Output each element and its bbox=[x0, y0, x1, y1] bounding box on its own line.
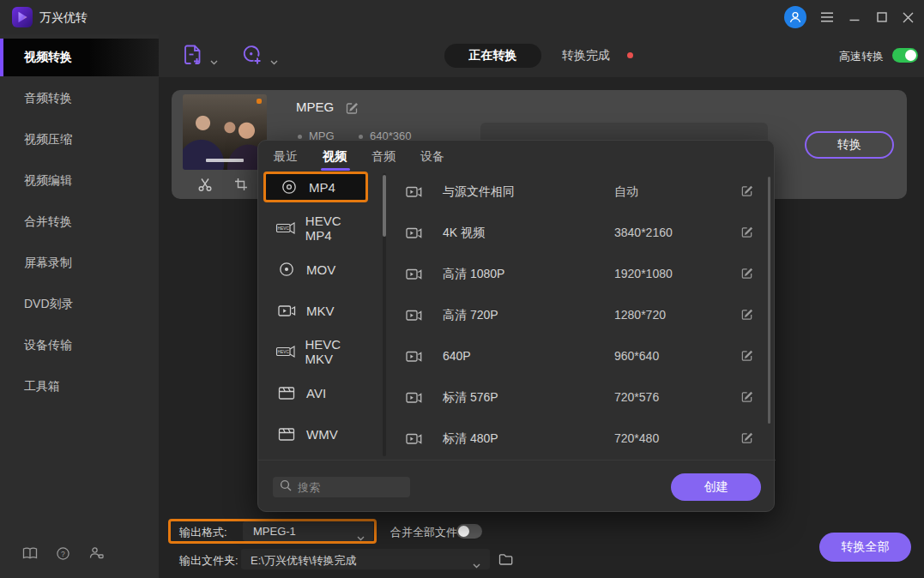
app-title: 万兴优转 bbox=[39, 10, 88, 26]
convert-button[interactable]: 转换 bbox=[805, 131, 894, 159]
format-item-mp4[interactable]: MP4 bbox=[263, 172, 368, 202]
chevron-down-icon bbox=[357, 529, 365, 545]
app-logo-icon bbox=[12, 7, 33, 27]
trim-scissors-icon[interactable] bbox=[197, 177, 213, 196]
folder-icon[interactable] bbox=[498, 553, 513, 569]
finished-badge-dot bbox=[627, 52, 633, 58]
clapper-icon bbox=[275, 386, 298, 400]
video-camera-icon bbox=[275, 304, 298, 318]
guide-book-icon[interactable] bbox=[22, 547, 38, 563]
preset-row-720p[interactable]: 高清 720P 1280*720 bbox=[396, 295, 770, 336]
edit-icon[interactable] bbox=[740, 267, 753, 283]
add-disc-icon[interactable] bbox=[241, 44, 263, 69]
popup-tab-device[interactable]: 设备 bbox=[420, 149, 444, 165]
preset-pane-scroll-thumb[interactable] bbox=[768, 177, 770, 424]
video-camera-icon bbox=[406, 226, 422, 244]
disc-icon bbox=[278, 178, 300, 196]
edit-icon[interactable] bbox=[740, 349, 753, 365]
sidebar-item-video-edit[interactable]: 视频编辑 bbox=[0, 162, 159, 200]
format-item-hevc-mkv[interactable]: HEVC HEVC MKV bbox=[263, 336, 368, 367]
preset-row-480p[interactable]: 标清 480P 720*480 bbox=[396, 418, 770, 460]
subtitle-line bbox=[206, 159, 244, 162]
format-item-avi[interactable]: AVI bbox=[263, 377, 368, 408]
svg-text:HEVC: HEVC bbox=[278, 226, 290, 231]
format-item-mkv[interactable]: MKV bbox=[263, 295, 368, 326]
menu-icon[interactable] bbox=[817, 7, 837, 27]
sidebar-item-video-compress[interactable]: 视频压缩 bbox=[0, 121, 159, 159]
video-camera-icon bbox=[406, 185, 422, 202]
sidebar-item-dvd-burn[interactable]: DVD刻录 bbox=[0, 286, 159, 323]
edit-icon[interactable] bbox=[740, 226, 753, 242]
format-item-hevc-mp4[interactable]: HEVC HEVC MP4 bbox=[263, 213, 368, 244]
search-box[interactable] bbox=[273, 477, 410, 497]
edit-icon[interactable] bbox=[740, 308, 753, 324]
highspeed-toggle[interactable] bbox=[892, 48, 918, 63]
preset-row-1080p[interactable]: 高清 1080P 1920*1080 bbox=[396, 254, 770, 295]
maximize-button[interactable] bbox=[872, 7, 892, 27]
popup-divider bbox=[258, 460, 776, 461]
preset-row-4k[interactable]: 4K 视频 3840*2160 bbox=[396, 213, 770, 254]
account-avatar[interactable] bbox=[784, 6, 806, 28]
add-file-icon[interactable] bbox=[183, 44, 203, 69]
popup-tab-audio[interactable]: 音频 bbox=[371, 149, 396, 165]
rename-edit-icon[interactable] bbox=[345, 101, 359, 118]
merge-files-label: 合并全部文件 bbox=[390, 525, 457, 540]
svg-text:HEVC: HEVC bbox=[278, 350, 290, 354]
contact-icon[interactable] bbox=[89, 546, 104, 563]
edit-icon[interactable] bbox=[740, 431, 753, 448]
preset-row-640p[interactable]: 640P 960*640 bbox=[396, 336, 770, 377]
output-format-value: MPEG-1 bbox=[253, 525, 296, 538]
output-format-label: 输出格式: bbox=[179, 525, 227, 540]
video-camera-icon bbox=[406, 432, 422, 449]
sidebar-item-video-convert[interactable]: 视频转换 bbox=[0, 39, 159, 76]
output-format-select[interactable]: MPEG-1 bbox=[243, 521, 373, 541]
create-button[interactable]: 创建 bbox=[671, 473, 761, 501]
popup-tab-recent[interactable]: 最近 bbox=[274, 149, 298, 165]
top-toolbar: 正在转换 转换完成 高速转换 bbox=[159, 34, 924, 77]
format-item-wmv[interactable]: WMV bbox=[263, 418, 368, 449]
minimize-button[interactable] bbox=[844, 7, 865, 27]
edit-icon[interactable] bbox=[740, 390, 753, 406]
tab-converting[interactable]: 正在转换 bbox=[444, 44, 541, 68]
output-folder-label: 输出文件夹: bbox=[179, 553, 239, 569]
highspeed-label: 高速转换 bbox=[839, 49, 884, 64]
svg-text:?: ? bbox=[61, 550, 65, 558]
video-camera-icon bbox=[406, 350, 422, 367]
sidebar: 视频转换 音频转换 视频压缩 视频编辑 合并转换 屏幕录制 DVD刻录 设备传输… bbox=[0, 34, 159, 578]
merge-files-toggle[interactable] bbox=[456, 524, 482, 539]
convert-all-button[interactable]: 转换全部 bbox=[819, 533, 911, 562]
format-list-scroll-thumb[interactable] bbox=[383, 175, 386, 237]
preset-row-576p[interactable]: 标清 576P 720*576 bbox=[396, 377, 770, 418]
edit-icon[interactable] bbox=[740, 184, 753, 201]
output-folder-select[interactable]: E:\万兴优转\转换完成 bbox=[241, 549, 490, 569]
tab-finished[interactable]: 转换完成 bbox=[549, 44, 623, 68]
format-item-mov[interactable]: MOV bbox=[263, 254, 368, 285]
video-camera-icon bbox=[406, 309, 422, 326]
search-input[interactable] bbox=[298, 481, 399, 494]
hevc-badge-icon: HEVC bbox=[275, 220, 297, 236]
active-tab-underline bbox=[321, 168, 350, 171]
video-camera-icon bbox=[406, 391, 422, 408]
close-button[interactable] bbox=[897, 7, 918, 27]
sidebar-item-toolbox[interactable]: 工具箱 bbox=[0, 368, 159, 406]
disc-icon bbox=[275, 261, 298, 278]
sidebar-item-device-transfer[interactable]: 设备传输 bbox=[0, 327, 159, 364]
sidebar-item-merge-convert[interactable]: 合并转换 bbox=[0, 203, 159, 241]
sidebar-item-screen-record[interactable]: 屏幕录制 bbox=[0, 244, 159, 282]
format-popup: 最近 视频 音频 设备 MP4 HEVC HEVC MP4 MOV MKV bbox=[257, 140, 775, 512]
help-icon[interactable]: ? bbox=[57, 547, 69, 563]
meta-dot bbox=[359, 135, 363, 139]
video-camera-icon bbox=[406, 268, 422, 285]
video-thumbnail bbox=[183, 94, 267, 170]
add-disc-chevron-icon[interactable] bbox=[270, 53, 278, 69]
watermark-icon bbox=[257, 99, 262, 104]
sidebar-item-audio-convert[interactable]: 音频转换 bbox=[0, 80, 159, 117]
preset-row-same-as-source[interactable]: 与源文件相同 自动 bbox=[396, 172, 770, 213]
crop-icon[interactable] bbox=[234, 178, 248, 195]
meta-dot bbox=[298, 135, 302, 139]
output-folder-value: E:\万兴优转\转换完成 bbox=[251, 553, 357, 569]
chevron-down-icon bbox=[473, 557, 480, 572]
add-file-chevron-icon[interactable] bbox=[210, 53, 218, 69]
titlebar: 万兴优转 bbox=[0, 0, 924, 34]
popup-tab-video[interactable]: 视频 bbox=[323, 149, 347, 165]
